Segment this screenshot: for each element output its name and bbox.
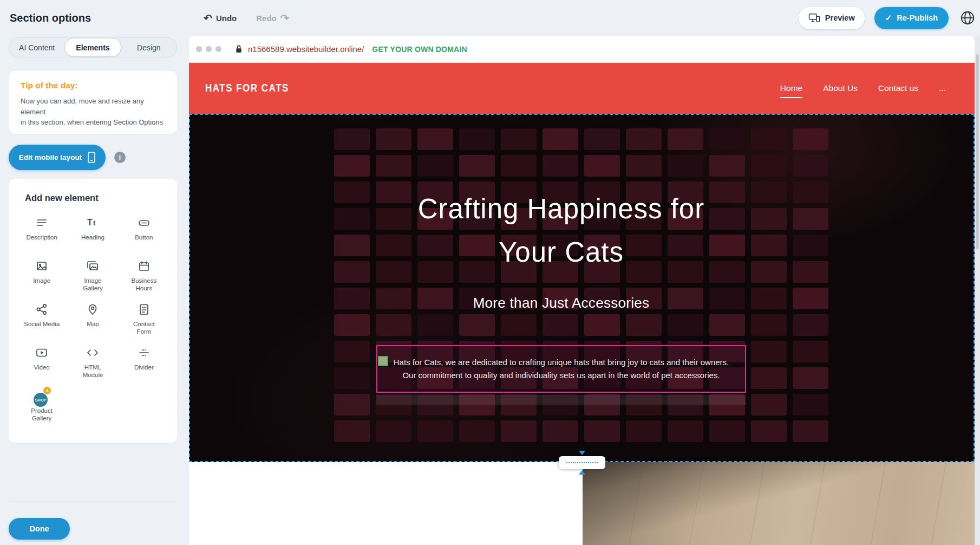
add-element-heading[interactable]: TtHeading	[68, 212, 117, 255]
hero-pattern-tile	[793, 367, 828, 389]
hero-section[interactable]: Crafting Happiness for Your Cats More th…	[189, 114, 975, 462]
add-element-label: Video	[34, 364, 50, 372]
hero-pattern-tile	[334, 128, 370, 150]
description-icon	[35, 216, 48, 230]
hero-pattern-tile	[709, 155, 745, 177]
info-button[interactable]: i	[114, 152, 126, 163]
hero-ghost-bar	[376, 395, 746, 405]
get-domain-link[interactable]: GET YOUR OWN DOMAIN	[372, 45, 467, 54]
shop-badge: SHOP	[34, 393, 48, 407]
window-dot	[206, 46, 212, 52]
edit-mobile-layout-button[interactable]: Edit mobile layout	[9, 145, 106, 170]
hero-pattern-tile	[751, 128, 787, 150]
add-element-contact-form[interactable]: Contact Form	[119, 299, 169, 342]
add-element-image[interactable]: Image	[17, 255, 67, 299]
hero-pattern-tile	[501, 128, 537, 150]
add-element-image-gallery[interactable]: Image Gallery	[68, 255, 117, 299]
hero-pattern-tile	[793, 235, 828, 256]
hero-pattern-tile	[376, 420, 411, 442]
hero-pattern-tile	[668, 314, 703, 336]
hero-subheading[interactable]: More than Just Accessories	[376, 295, 746, 312]
edit-mobile-label: Edit mobile layout	[19, 153, 82, 161]
preview-button[interactable]: Preview	[799, 7, 865, 29]
add-element-label: Image Gallery	[83, 277, 102, 293]
hero-pattern-tile	[793, 341, 828, 362]
redo-label: Redo	[256, 14, 277, 23]
hero-pattern-tile	[334, 420, 370, 442]
add-element-html-module[interactable]: HTML Module	[68, 342, 117, 385]
add-element-video[interactable]: Video	[17, 342, 67, 385]
hero-pattern-tile	[376, 155, 411, 177]
image-gallery-icon	[86, 259, 99, 274]
add-element-product-gallery[interactable]: SHOP+Product Gallery	[17, 385, 67, 429]
svg-text:T: T	[87, 218, 93, 227]
phone-icon	[88, 152, 95, 163]
hero-pattern-tile	[668, 420, 703, 442]
add-element-description[interactable]: Description	[17, 212, 67, 255]
add-element-label: Social Media	[24, 321, 60, 328]
hero-heading[interactable]: Crafting Happiness for Your Cats	[376, 187, 746, 274]
hero-pattern-tile	[584, 314, 620, 336]
hero-pattern-tile	[334, 394, 370, 416]
section-resize-handle[interactable]	[559, 456, 605, 469]
undo-button[interactable]: ↶ Undo	[204, 13, 237, 23]
hero-pattern-tile	[334, 367, 370, 389]
tab-design[interactable]: Design	[121, 38, 177, 57]
hero-pattern-tile	[793, 288, 828, 309]
hero-pattern-tile	[334, 235, 370, 256]
hero-pattern-tile	[334, 288, 370, 309]
hero-pattern-tile	[543, 314, 578, 336]
add-element-divider[interactable]: Divider	[119, 342, 169, 385]
redo-icon: ↷	[280, 13, 289, 23]
add-element-business-hours[interactable]: Business Hours	[119, 255, 169, 299]
undo-label: Undo	[216, 14, 237, 23]
element-resize-handle-green[interactable]	[378, 356, 388, 366]
nav-more-menu[interactable]: ...	[939, 83, 946, 93]
site-nav: HomeAbout UsContact us...	[780, 63, 946, 114]
hero-pattern-tile	[334, 181, 370, 203]
republish-button[interactable]: ✓ Re-Publish	[874, 7, 949, 29]
resize-arrow-up-icon	[579, 451, 585, 455]
hero-pattern-tile	[501, 314, 537, 336]
add-element-map[interactable]: Map	[68, 299, 117, 342]
add-element-social-media[interactable]: Social Media	[17, 299, 67, 342]
html-module-icon	[86, 346, 99, 360]
sidebar-divider	[9, 502, 177, 502]
hero-paragraph[interactable]: Hats for Cats, we are dedicated to craft…	[394, 356, 729, 382]
hero-pattern-tile	[793, 314, 828, 336]
nav-home[interactable]: Home	[780, 83, 802, 93]
site-url: n1566589.websitebuilder.online/	[248, 44, 364, 54]
window-dot	[196, 46, 202, 52]
next-section-white[interactable]	[189, 462, 583, 545]
nav-about-us[interactable]: About Us	[823, 83, 858, 93]
hero-pattern-tile	[751, 314, 787, 336]
hero-pattern-tile	[459, 314, 495, 336]
hero-pattern-tile	[334, 155, 370, 177]
tab-elements[interactable]: Elements	[64, 38, 121, 57]
redo-button[interactable]: Redo ↷	[256, 13, 289, 23]
hero-pattern-tile	[376, 314, 411, 336]
hero-pattern-tile	[793, 128, 828, 150]
hero-pattern-tile	[626, 155, 662, 177]
hero-pattern-tile	[793, 208, 828, 230]
map-icon	[86, 303, 99, 317]
nav-contact-us[interactable]: Contact us	[878, 83, 918, 93]
devices-icon	[808, 13, 820, 23]
hero-pattern-tile	[751, 155, 787, 177]
product-gallery-icon: SHOP+	[34, 390, 50, 404]
hero-pattern-tile	[626, 128, 662, 150]
add-element-button[interactable]: Button	[119, 212, 169, 255]
language-globe-button[interactable]	[958, 9, 977, 27]
tab-ai-content[interactable]: AI Content	[9, 38, 64, 57]
hero-pattern-tile	[334, 208, 370, 230]
add-element-label: Contact Form	[133, 321, 155, 336]
add-element-label: Image	[33, 277, 50, 285]
scrollbar-thumb[interactable]	[976, 54, 979, 249]
undo-redo-group: ↶ Undo Redo ↷	[204, 0, 289, 36]
paragraph-selection-box[interactable]: Hats for Cats, we are dedicated to craft…	[376, 345, 746, 393]
preview-label: Preview	[825, 14, 855, 22]
next-section-photo[interactable]	[583, 462, 975, 545]
site-logo[interactable]: HATS FOR CATS	[205, 82, 289, 95]
hero-pattern-tile	[793, 181, 828, 203]
done-button[interactable]: Done	[9, 518, 70, 540]
